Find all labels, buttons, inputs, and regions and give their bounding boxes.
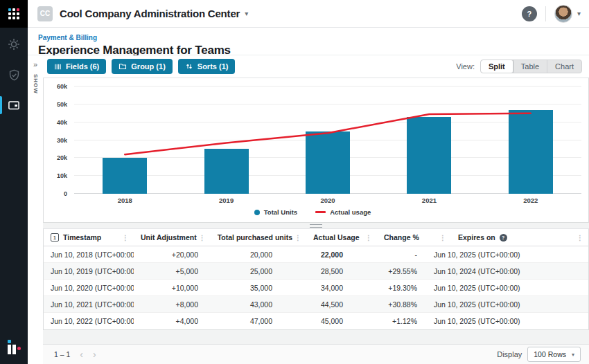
wallet-icon <box>7 98 21 112</box>
next-page-button[interactable]: › <box>93 349 96 359</box>
bar-slot <box>74 87 175 194</box>
user-menu-caret[interactable]: ▾ <box>577 10 581 17</box>
total-units-bar[interactable] <box>407 117 451 194</box>
column-header-expires-on[interactable]: Expires on?⋮ <box>451 229 588 246</box>
x-tick-label: 2022 <box>480 197 581 204</box>
expand-panel-icon[interactable]: » <box>33 61 37 69</box>
table-cell: +4,000 <box>134 317 208 325</box>
column-header-label: Change % <box>384 233 419 242</box>
column-menu-icon[interactable]: ⋮ <box>363 234 374 242</box>
table-cell: Jun 10, 2019 (UTC+00:00) <box>44 267 134 275</box>
calendar-icon: 1 <box>51 233 59 242</box>
group-button[interactable]: Group (1) <box>112 59 173 74</box>
total-units-bar[interactable] <box>509 110 553 194</box>
table-cell: Jun 10, 2025 (UTC+00:00) <box>427 317 588 325</box>
x-tick-label: 2019 <box>175 197 276 204</box>
table-cell: 43,000 <box>208 300 282 309</box>
sorts-button-label: Sorts (1) <box>197 62 229 71</box>
app-launcher-button[interactable] <box>0 0 28 28</box>
chart-legend: Total UnitsActual usage <box>44 208 581 216</box>
column-menu-icon[interactable]: ⋮ <box>574 234 586 242</box>
usage-chart-card: 010k20k30k40k50k60k 20182019202020212022… <box>43 78 589 223</box>
table-cell: 44,500 <box>282 300 353 309</box>
rail-item-billing[interactable] <box>0 91 28 119</box>
column-header-timestamp[interactable]: 1Timestamp⋮ <box>44 229 134 246</box>
column-header-unit-adjustment[interactable]: Unit Adjustment⋮ <box>134 229 211 246</box>
view-option-split[interactable]: Split <box>481 60 513 73</box>
rail-item-settings[interactable] <box>0 30 28 58</box>
table-cell: 45,000 <box>282 317 353 325</box>
company-logo-badge: CC <box>37 6 53 21</box>
table-cell: 47,000 <box>208 317 282 325</box>
sorts-button[interactable]: Sorts (1) <box>178 59 236 74</box>
app-grid-icon <box>8 8 19 19</box>
y-tick-label: 50k <box>57 101 67 108</box>
legend-item[interactable]: Actual usage <box>315 208 371 216</box>
body-row: » SHOW Fields (6) <box>28 55 589 364</box>
rows-per-page-select[interactable]: 100 Rows ▾ <box>527 347 581 362</box>
prev-page-button[interactable]: ‹ <box>80 349 83 359</box>
table-cell: +20,000 <box>134 251 208 259</box>
rows-select-caret: ▾ <box>572 352 574 358</box>
table-row[interactable]: Jun 10, 2021 (UTC+00:00)+8,00043,00044,5… <box>44 296 588 313</box>
help-button[interactable]: ? <box>522 6 537 21</box>
table-cell: Jun 10, 2020 (UTC+00:00) <box>44 284 134 292</box>
show-panel-strip: » SHOW <box>28 55 43 364</box>
table-row[interactable]: Jun 10, 2022 (UTC+00:00)+4,00047,00045,0… <box>44 313 588 329</box>
column-menu-icon[interactable]: ⋮ <box>437 234 448 242</box>
rail-item-security[interactable] <box>0 61 28 89</box>
view-option-table[interactable]: Table <box>513 60 547 73</box>
gear-icon <box>7 37 21 51</box>
shield-check-icon <box>8 69 21 82</box>
main-column: CC Cool Company Administration Center ▾ … <box>28 0 589 364</box>
bar-slot <box>378 87 480 194</box>
table-row[interactable]: Jun 10, 2019 (UTC+00:00)+5,00025,00028,5… <box>44 263 588 280</box>
column-menu-icon[interactable]: ⋮ <box>292 234 304 242</box>
legend-dot-icon <box>254 210 260 215</box>
column-header-total-purchased-units[interactable]: Total purchased units⋮ <box>211 229 306 246</box>
table-cell: - <box>353 251 427 259</box>
user-avatar[interactable] <box>554 5 572 23</box>
brand-pink-dot <box>17 347 21 350</box>
view-option-chart[interactable]: Chart <box>547 60 581 73</box>
table-row[interactable]: Jun 10, 2020 (UTC+00:00)+10,00035,00034,… <box>44 280 588 296</box>
column-menu-icon[interactable]: ⋮ <box>120 234 131 242</box>
toolbar: Fields (6) Group (1) <box>43 55 589 78</box>
table-cell: 28,500 <box>282 267 353 275</box>
total-units-bar[interactable] <box>204 149 249 194</box>
column-header-label: Total purchased units <box>218 233 292 242</box>
breadcrumb[interactable]: Payment & Billing <box>38 34 97 42</box>
column-menu-icon[interactable]: ⋮ <box>197 234 208 242</box>
chart-area: 010k20k30k40k50k60k <box>44 87 581 194</box>
table-cell: Jun 10, 2025 (UTC+00:00) <box>427 251 588 259</box>
y-tick-label: 40k <box>57 119 67 126</box>
y-tick-label: 20k <box>57 154 67 161</box>
table-cell: Jun 10, 2024 (UTC+00:00) <box>427 267 588 275</box>
active-indicator <box>0 96 2 114</box>
column-header-actual-usage[interactable]: Actual Usage⋮ <box>306 229 377 246</box>
total-units-bar[interactable] <box>306 131 350 194</box>
legend-item[interactable]: Total Units <box>254 208 297 216</box>
show-panel-label[interactable]: SHOW <box>33 74 39 94</box>
total-units-bar[interactable] <box>103 158 147 194</box>
fields-button[interactable]: Fields (6) <box>47 59 106 74</box>
table-header-row: 1Timestamp⋮Unit Adjustment⋮Total purchas… <box>44 229 588 246</box>
expires-help-icon[interactable]: ? <box>500 234 507 242</box>
table-row[interactable]: Jun 10, 2018 (UTC+00:00)+20,00020,00022,… <box>44 246 588 263</box>
table-cell: +5,000 <box>134 267 208 275</box>
table-cell: Jun 10, 2021 (UTC+00:00) <box>44 300 134 309</box>
column-header-change-[interactable]: Change %⋮ <box>377 229 451 246</box>
title-dropdown-caret[interactable]: ▾ <box>245 10 248 17</box>
group-button-label: Group (1) <box>131 62 166 71</box>
table-footer: 1 – 1 ‹ › Display 100 Rows ▾ <box>43 344 589 364</box>
chart-y-axis: 010k20k30k40k50k60k <box>44 87 74 194</box>
column-header-label: Timestamp <box>63 233 101 242</box>
bars-layer <box>74 87 581 194</box>
page-heading: Payment & Billing Experience Management … <box>28 28 589 55</box>
table-cell: 35,000 <box>208 284 282 292</box>
split-drag-handle[interactable] <box>310 224 322 228</box>
brand-logo[interactable] <box>0 338 28 361</box>
admin-center-screen: CC Cool Company Administration Center ▾ … <box>0 0 589 364</box>
column-header-label: Actual Usage <box>313 233 360 242</box>
table-cell: 20,000 <box>208 251 282 259</box>
